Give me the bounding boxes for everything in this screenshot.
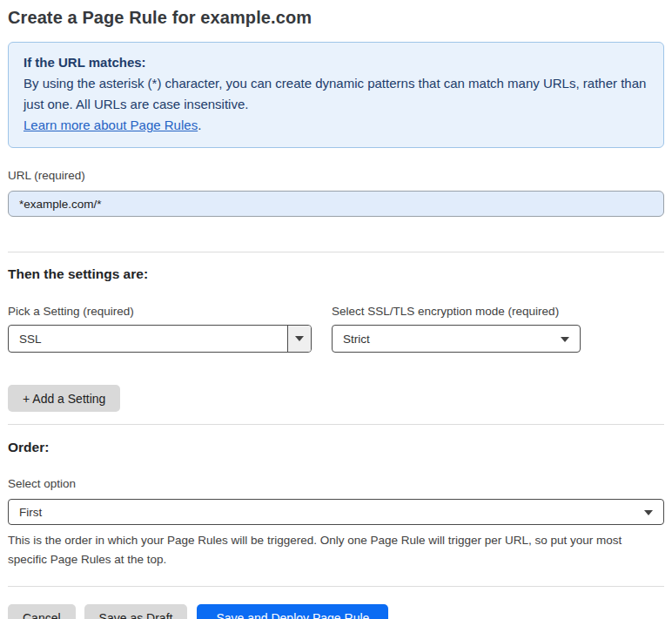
url-label: URL (required) [8,168,664,183]
page-title: Create a Page Rule for example.com [8,7,664,29]
setting-select[interactable]: SSL [8,325,312,353]
mode-picker-label: Select SSL/TLS encryption mode (required… [332,304,581,319]
setting-picker-label: Pick a Setting (required) [8,304,312,319]
settings-row: Pick a Setting (required) SSL Select SSL… [8,304,664,353]
ssl-mode-select[interactable]: Strict [332,325,581,353]
caret-down-icon [295,336,304,341]
save-deploy-button[interactable]: Save and Deploy Page Rule [197,604,388,619]
setting-select-caret-button[interactable] [287,326,311,352]
order-help-text: This is the order in which your Page Rul… [8,531,652,569]
caret-down-icon [561,337,569,342]
link-suffix: . [198,118,201,132]
url-match-info-box: If the URL matches: By using the asteris… [8,42,664,148]
add-setting-button[interactable]: + Add a Setting [8,385,120,412]
info-box-heading: If the URL matches: [24,52,648,73]
section-divider [8,424,664,425]
mode-picker-column: Select SSL/TLS encryption mode (required… [332,304,581,353]
info-box-link-row: Learn more about Page Rules. [24,115,648,136]
setting-select-value: SSL [9,333,42,346]
order-select[interactable]: First [8,499,664,525]
setting-picker-column: Pick a Setting (required) SSL [8,304,312,353]
ssl-mode-select-value: Strict [333,333,370,346]
save-draft-button[interactable]: Save as Draft [84,604,188,619]
cancel-button[interactable]: Cancel [8,604,76,619]
order-heading: Order: [8,439,664,455]
footer-buttons: Cancel Save as Draft Save and Deploy Pag… [8,604,664,619]
settings-heading: Then the settings are: [8,266,664,282]
url-input[interactable] [8,191,664,217]
info-box-body: By using the asterisk (*) character, you… [24,73,648,115]
caret-down-icon [644,510,653,515]
section-divider [8,252,664,252]
footer-divider [8,586,664,587]
order-select-label: Select option [8,476,664,491]
learn-more-link[interactable]: Learn more about Page Rules [24,118,198,132]
order-select-value: First [9,506,42,519]
create-page-rule-form: Create a Page Rule for example.com If th… [0,0,672,619]
